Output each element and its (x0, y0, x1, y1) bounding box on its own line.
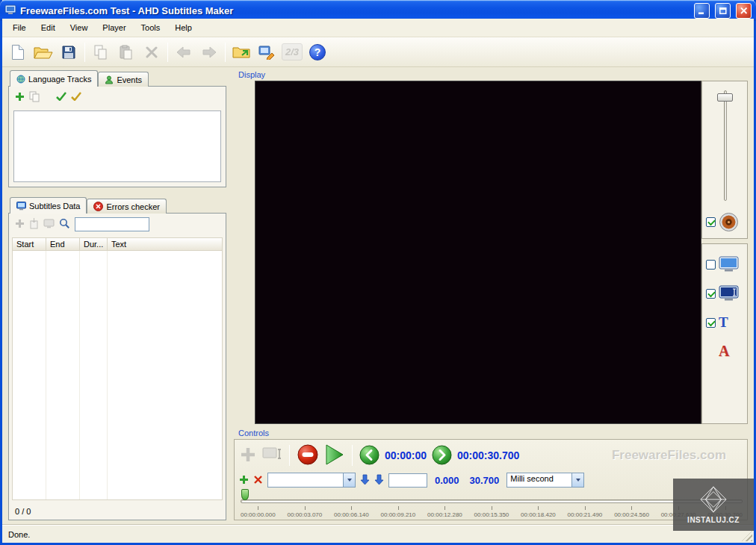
maximize-button[interactable] (715, 3, 731, 19)
instaluj-watermark: INSTALUJ.CZ (687, 516, 740, 524)
volume-slider-thumb[interactable] (717, 93, 733, 102)
add-keypoint-button[interactable] (239, 475, 249, 486)
seek-forward-button[interactable] (432, 445, 452, 467)
dropdown-arrow-icon[interactable] (571, 473, 583, 487)
volume-slider[interactable] (724, 90, 727, 201)
current-time-display: 00:00:00 (385, 449, 427, 461)
column-header-text[interactable]: Text (108, 238, 222, 250)
controls-panel: 00:00:00 00:00:30.700 FreewareFiles.com (234, 439, 748, 520)
edit-subtitles-button[interactable] (255, 40, 279, 64)
paste-button (114, 40, 138, 64)
position-input[interactable] (388, 473, 427, 488)
overlay-options-box: T A (701, 243, 748, 424)
open-button[interactable] (31, 40, 55, 64)
help-button[interactable]: ? (306, 40, 329, 64)
dropdown-arrow-icon[interactable] (343, 473, 355, 487)
subtitle-overlay-checkbox[interactable] (706, 289, 716, 299)
column-header-end[interactable]: End (46, 238, 80, 250)
timeline-track[interactable] (241, 499, 743, 503)
seek-back-button[interactable] (359, 445, 379, 467)
speaker-icon[interactable] (719, 212, 739, 232)
text-style-icon[interactable]: T (719, 314, 728, 331)
timeline-labels: 00:00:00.000 00:00:03.070 00:00:06.140 0… (241, 506, 743, 518)
menu-help[interactable]: Help (167, 20, 199, 35)
screen-icon (43, 219, 55, 228)
stop-button[interactable] (297, 443, 319, 467)
menu-edit[interactable]: Edit (34, 20, 63, 35)
seek-forward-icon (432, 445, 452, 465)
menu-view[interactable]: View (63, 20, 96, 35)
set-default-track-button[interactable] (56, 92, 66, 102)
app-icon (4, 4, 16, 16)
resize-grip[interactable] (742, 531, 752, 541)
monitor-icon (16, 202, 26, 211)
validate-track-button[interactable] (71, 92, 81, 102)
column-header-duration[interactable]: Dur... (80, 238, 108, 250)
titlebar: FreewareFiles.com Test - AHD Subtitles M… (0, 0, 756, 21)
language-tracks-list[interactable] (13, 110, 221, 182)
tab-subtitles-data[interactable]: Subtitles Data (10, 197, 87, 214)
timeline-thumb[interactable] (241, 489, 249, 500)
add-icon (239, 446, 257, 464)
new-button[interactable] (6, 40, 30, 64)
timeline-tick-label: 00:00:24.560 (614, 506, 649, 518)
menu-file[interactable]: File (5, 20, 34, 35)
controls-label: Controls (238, 429, 269, 437)
add-track-button[interactable] (15, 92, 25, 103)
delete-subtitle-button (43, 219, 55, 230)
keypoint-dropdown[interactable] (267, 473, 356, 488)
audio-checkbox[interactable] (706, 217, 716, 227)
side-strip: T A (701, 81, 748, 424)
video-overlay-checkbox[interactable] (706, 260, 716, 270)
volume-box (701, 81, 748, 239)
search-button[interactable] (59, 218, 70, 231)
subtitles-data-panel: Start End Dur... Text 0 / 0 (8, 213, 226, 520)
subtitle-monitor-icon[interactable] (719, 285, 739, 302)
delete-icon (146, 46, 158, 58)
timeline-tick-label: 00:00:09.210 (381, 506, 416, 518)
back-icon (176, 46, 192, 58)
tab-events[interactable]: Events (98, 72, 149, 87)
search-input[interactable] (75, 217, 149, 231)
font-color-icon[interactable]: A (719, 343, 729, 360)
keypoint-row: 0.000 30.700 Milli second (239, 471, 743, 489)
search-icon (59, 218, 70, 229)
right-area: Display (231, 70, 748, 522)
keypoint-dropdown-value (268, 473, 343, 487)
save-button[interactable] (57, 40, 81, 64)
delete-button (140, 40, 164, 64)
subtitles-table-body[interactable] (12, 251, 223, 500)
tab-errors-checker[interactable]: Errors checker (87, 199, 167, 214)
seek-back-icon (359, 445, 379, 465)
tab-language-tracks[interactable]: Language Tracks (10, 70, 98, 87)
monitor-icon[interactable] (719, 256, 739, 273)
set-end-button[interactable] (374, 474, 384, 487)
text-style-checkbox[interactable] (706, 318, 716, 328)
help-icon: ? (309, 44, 326, 60)
import-media-button[interactable] (229, 40, 253, 64)
timeline-tick-label: 00:00:15.350 (474, 506, 509, 518)
unit-dropdown[interactable]: Milli second (506, 473, 584, 488)
tracks-tabstrip: Language Tracks Events (10, 70, 149, 87)
menu-tools[interactable]: Tools (134, 20, 168, 35)
add-icon (239, 475, 249, 485)
play-button[interactable] (324, 443, 345, 467)
close-button[interactable] (736, 3, 752, 19)
subtitles-table-header: Start End Dur... Text (12, 237, 223, 251)
remove-keypoint-button[interactable] (253, 475, 263, 486)
menu-player[interactable]: Player (95, 20, 133, 35)
window-title: FreewareFiles.com Test - AHD Subtitles M… (20, 5, 689, 16)
column-header-start[interactable]: Start (13, 238, 46, 250)
timeline-tick-label: 00:00:03.070 (288, 506, 323, 518)
snapshot-icon (262, 446, 282, 463)
maximize-icon (719, 7, 727, 14)
save-icon (61, 45, 76, 60)
tab-label: Events (117, 75, 142, 84)
toolbar-separator (167, 43, 168, 62)
minimize-button[interactable] (694, 3, 710, 19)
text-style-row: T (702, 314, 747, 331)
paste-icon (120, 45, 133, 60)
video-display[interactable] (255, 81, 701, 424)
set-start-button[interactable] (360, 474, 370, 487)
main-toolbar: 2/3 ? (2, 37, 754, 67)
